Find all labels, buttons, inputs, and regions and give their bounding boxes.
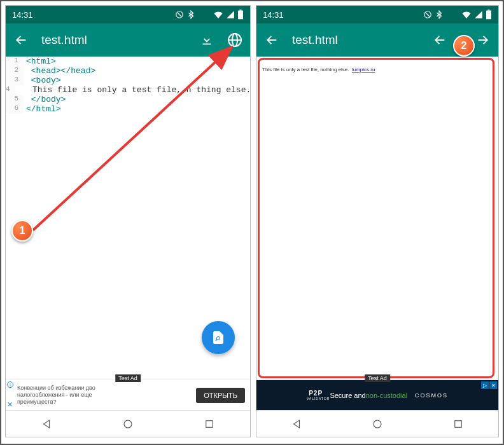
signal-icon bbox=[226, 10, 235, 19]
file-title: test.html bbox=[41, 33, 186, 47]
ad-choices-icon[interactable]: ▷✕ bbox=[481, 381, 497, 389]
svg-line-1 bbox=[178, 13, 182, 17]
code-text[interactable]: <head></head> bbox=[24, 66, 95, 76]
code-line[interactable]: 1<html> bbox=[6, 57, 250, 66]
svg-point-13 bbox=[374, 420, 381, 428]
code-text[interactable]: </body> bbox=[24, 95, 66, 104]
android-nav-bar bbox=[256, 410, 498, 437]
wifi-icon bbox=[213, 11, 223, 18]
ad-text-noncustodial: non-custodial bbox=[366, 392, 407, 399]
svg-rect-8 bbox=[206, 420, 213, 427]
preview-globe-button[interactable] bbox=[227, 32, 242, 48]
phone-left: 14:31 test.html 1<html>2 <head></head> bbox=[5, 5, 251, 437]
ad-banner-right[interactable]: Test Ad ▷✕ P2P VALIDATOR Secure and non-… bbox=[256, 380, 498, 410]
annotation-marker-2: 2 bbox=[453, 35, 475, 57]
app-bar-left: test.html bbox=[6, 24, 250, 57]
status-bar: 14:31 bbox=[256, 6, 498, 24]
search-fab[interactable] bbox=[202, 321, 235, 354]
nav-home-button[interactable] bbox=[122, 418, 134, 430]
wifi-icon bbox=[461, 11, 472, 18]
code-line[interactable]: 5 </body> bbox=[6, 95, 250, 104]
battery-icon bbox=[486, 10, 492, 20]
html-preview[interactable]: This file is only a test file, nothing e… bbox=[258, 58, 494, 378]
no-sim-icon bbox=[175, 10, 184, 19]
android-nav-bar bbox=[6, 410, 250, 437]
search-in-file-icon bbox=[211, 330, 226, 345]
svg-line-10 bbox=[426, 13, 430, 17]
line-number: 2 bbox=[6, 66, 24, 76]
nav-back-button[interactable] bbox=[291, 418, 302, 430]
status-indicators bbox=[423, 10, 492, 20]
code-text[interactable]: <body> bbox=[24, 76, 61, 85]
history-back-button[interactable] bbox=[432, 32, 447, 48]
line-number: 6 bbox=[6, 104, 24, 114]
file-title: test.html bbox=[292, 33, 419, 47]
ad-open-button[interactable]: ОТКРЫТЬ bbox=[196, 388, 245, 403]
status-bar: 14:31 bbox=[6, 6, 250, 24]
code-text[interactable]: </html> bbox=[24, 104, 61, 114]
nav-recent-button[interactable] bbox=[452, 418, 464, 430]
nav-recent-button[interactable] bbox=[204, 418, 215, 430]
download-button[interactable] bbox=[199, 32, 214, 48]
signal-icon bbox=[474, 10, 483, 19]
status-indicators bbox=[175, 10, 244, 20]
preview-link[interactable]: lumpics.ru bbox=[352, 67, 375, 72]
code-line[interactable]: 2 <head></head> bbox=[6, 66, 250, 76]
no-sim-icon bbox=[423, 10, 432, 19]
ad-text: Конвенции об избежании дво налогообложен… bbox=[8, 385, 196, 405]
battery-icon bbox=[237, 10, 244, 20]
ad-label: Test Ad bbox=[365, 374, 390, 382]
svg-rect-12 bbox=[487, 10, 489, 11]
ad-label: Test Ad bbox=[115, 374, 141, 382]
line-number: 3 bbox=[6, 76, 24, 85]
history-forward-button[interactable] bbox=[475, 32, 491, 48]
p2p-logo: P2P VALIDATOR bbox=[307, 390, 330, 400]
ad-info-icon[interactable]: i bbox=[7, 381, 13, 388]
svg-rect-11 bbox=[486, 11, 491, 20]
nav-back-button[interactable] bbox=[41, 418, 52, 430]
ad-brand-cosmos: COSMOS bbox=[415, 392, 448, 399]
ad-text-secure: Secure and bbox=[330, 392, 365, 399]
back-button[interactable] bbox=[13, 32, 29, 48]
code-text[interactable]: <html> bbox=[24, 57, 56, 66]
status-time: 14:31 bbox=[12, 10, 33, 20]
line-number: 1 bbox=[6, 57, 24, 66]
svg-rect-3 bbox=[239, 10, 241, 11]
bluetooth-icon bbox=[435, 10, 444, 19]
status-time: 14:31 bbox=[263, 10, 284, 20]
nav-home-button[interactable] bbox=[372, 418, 383, 430]
svg-rect-14 bbox=[454, 420, 461, 427]
line-number: 5 bbox=[6, 95, 24, 104]
back-button[interactable] bbox=[264, 32, 279, 48]
ad-banner-left[interactable]: Test Ad i ✕ Конвенции об избежании дво н… bbox=[6, 380, 250, 410]
code-text[interactable]: This file is only a test file, n thing e… bbox=[15, 85, 250, 95]
code-line[interactable]: 4 This file is only a test file, n thing… bbox=[6, 85, 250, 95]
annotation-marker-1: 1 bbox=[11, 220, 33, 242]
svg-rect-2 bbox=[238, 11, 243, 20]
ad-close-icon[interactable]: ✕ bbox=[7, 400, 13, 409]
line-number: 4 bbox=[6, 85, 15, 95]
phone-right: 14:31 test.html This file is on bbox=[256, 5, 499, 437]
code-line[interactable]: 6</html> bbox=[6, 104, 250, 114]
svg-point-7 bbox=[124, 420, 132, 428]
bluetooth-icon bbox=[186, 10, 195, 19]
code-line[interactable]: 3 <body> bbox=[6, 76, 250, 85]
preview-body-text: This file is only a test file, nothing e… bbox=[262, 67, 349, 72]
